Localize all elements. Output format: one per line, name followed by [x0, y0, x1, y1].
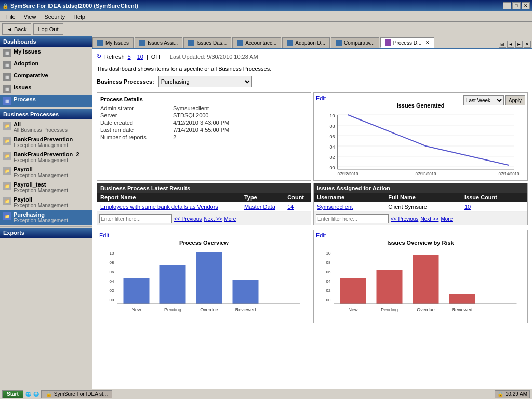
- detail-key: Last run date: [100, 127, 173, 133]
- minimize-button[interactable]: —: [503, 2, 511, 9]
- refresh-5-link[interactable]: 5: [128, 54, 131, 60]
- detail-key: Server: [100, 112, 173, 118]
- last-updated-text: Last Updated: 9/30/2010 10:28 AM: [170, 54, 258, 60]
- bp-label: Business Processes:: [97, 78, 154, 85]
- sidebar-item-label: BankFraudPrevention_2: [14, 151, 79, 157]
- svg-text:08: 08: [329, 124, 335, 129]
- tab-bar: My Issues Issues Assi... Issues Das... A…: [92, 36, 532, 49]
- tab-icon: [188, 40, 194, 46]
- col-issue-count: Issue Count: [461, 193, 527, 202]
- sidebar-item-adoption[interactable]: ▦ Adoption: [0, 59, 92, 71]
- svg-text:Overdue: Overdue: [417, 307, 435, 312]
- back-button[interactable]: ◄ Back: [2, 23, 31, 35]
- sidebar-item-all-bp[interactable]: 📁 All All Business Processes: [0, 119, 92, 135]
- next-button[interactable]: Next >>: [204, 216, 222, 222]
- close-button[interactable]: ✕: [522, 2, 530, 9]
- refresh-off-label: OFF: [151, 54, 163, 60]
- grid-icon: ▦: [3, 61, 11, 69]
- sidebar-item-label: My Issues: [14, 48, 41, 55]
- svg-text:02: 02: [110, 288, 114, 293]
- detail-val: STDSQL2000: [173, 112, 208, 118]
- tab-close-icon[interactable]: ✕: [425, 40, 430, 45]
- menu-help[interactable]: Help: [69, 12, 89, 21]
- sidebar: Dashboards ▦ My Issues ▦ Adoption ▦ Comp…: [0, 36, 92, 389]
- next-button-2[interactable]: Next >>: [420, 216, 438, 222]
- taskbar-app-symsure[interactable]: 🔒 SymSure For IDEA st...: [41, 390, 112, 398]
- period-select[interactable]: Last Week Last Month Last Quarter: [463, 95, 504, 105]
- detail-key: Date created: [100, 119, 173, 126]
- more-button[interactable]: More: [224, 216, 236, 222]
- prev-button[interactable]: << Previous: [174, 216, 202, 222]
- sidebar-item-purchasing[interactable]: 📁 Purchasing Exception Management: [0, 210, 92, 225]
- refresh-label[interactable]: Refresh: [104, 54, 125, 60]
- tab-issues-assi[interactable]: Issues Assi...: [135, 37, 182, 48]
- sidebar-item-bankfraud[interactable]: 📁 BankFraudPrevention Exception Manageme…: [0, 135, 92, 150]
- bp-select[interactable]: All Business ProcessesBankFraudPreventio…: [158, 76, 252, 87]
- prev-button-2[interactable]: << Previous: [391, 216, 418, 222]
- issues-assigned-filter-row: << Previous Next >> More: [314, 212, 527, 225]
- menu-view[interactable]: View: [20, 12, 41, 21]
- report-name-cell[interactable]: Employees with same bank details as Vend…: [97, 202, 241, 212]
- detail-row-num-reports: Number of reports 2: [100, 134, 308, 141]
- grid-icon: ▦: [3, 49, 11, 57]
- menu-file[interactable]: File: [2, 12, 20, 21]
- menu-security[interactable]: Security: [40, 12, 69, 21]
- refresh-10-link[interactable]: 10: [137, 54, 143, 60]
- refresh-icon[interactable]: ↻: [97, 53, 101, 60]
- tab-icon: [287, 40, 293, 46]
- sidebar-item-bankfraud2[interactable]: 📁 BankFraudPrevention_2 Exception Manage…: [0, 150, 92, 165]
- sidebar-item-sub: Exception Management: [14, 203, 68, 208]
- sidebar-item-process[interactable]: ▦ Process: [0, 95, 92, 107]
- sidebar-item-issues[interactable]: ▦ Issues: [0, 83, 92, 95]
- maximize-button[interactable]: □: [512, 2, 521, 9]
- folder-icon: 📁: [3, 197, 11, 205]
- sidebar-item-paytoll[interactable]: 📁 Paytoll Exception Management: [0, 195, 92, 210]
- svg-text:06: 06: [326, 270, 331, 274]
- latest-results-table: Report Name Type Count Employees with sa…: [97, 193, 311, 212]
- tab-issues-das[interactable]: Issues Das...: [183, 37, 231, 48]
- logout-button[interactable]: Log Out: [33, 23, 63, 35]
- tab-accountacc[interactable]: Accountacc...: [232, 37, 281, 48]
- tab-label: Accountacc...: [245, 40, 276, 46]
- username-cell[interactable]: Symsureclient: [314, 202, 385, 212]
- tab-label: My Issues: [105, 40, 129, 46]
- bar-reviewed-risk: [449, 294, 475, 304]
- more-button-2[interactable]: More: [441, 216, 453, 222]
- sidebar-item-label: Payroll_test: [14, 181, 68, 188]
- svg-text:00: 00: [110, 298, 114, 302]
- start-button[interactable]: Start: [2, 390, 23, 398]
- title-bar-controls: — □ ✕: [503, 2, 530, 9]
- sidebar-item-my-issues[interactable]: ▦ My Issues: [0, 47, 92, 59]
- tab-nav-arrow-icon[interactable]: ⊞: [499, 41, 506, 48]
- sidebar-item-label: Adoption: [14, 60, 38, 66]
- sidebar-item-payroll[interactable]: 📁 Payroll Exception Management: [0, 165, 92, 180]
- col-username: Username: [314, 193, 385, 202]
- tab-next-icon[interactable]: ►: [515, 41, 523, 48]
- latest-results-filter-input[interactable]: [99, 214, 172, 223]
- svg-text:07/14/2010: 07/14/2010: [498, 171, 520, 176]
- svg-text:New: New: [348, 307, 358, 312]
- tab-label: Adoption D...: [295, 40, 325, 46]
- sidebar-item-comparative[interactable]: ▦ Comparative: [0, 71, 92, 83]
- apply-button[interactable]: Apply: [505, 95, 525, 105]
- tab-prev-icon[interactable]: ◄: [507, 41, 514, 48]
- issues-assigned-table: Username Full Name Issue Count Symsurecl…: [314, 193, 527, 212]
- svg-text:New: New: [131, 307, 141, 312]
- tab-close-all-icon[interactable]: ✕: [524, 41, 531, 48]
- tab-comparativ[interactable]: Comparativ...: [331, 37, 379, 48]
- tab-adoption-d[interactable]: Adoption D...: [282, 37, 330, 48]
- svg-text:10: 10: [329, 113, 335, 118]
- content-area: My Issues Issues Assi... Issues Das... A…: [92, 36, 532, 389]
- grid-icon: ▦: [3, 73, 11, 81]
- process-overview-edit-link[interactable]: Edit: [99, 232, 109, 238]
- issues-assigned-filter-input[interactable]: [316, 214, 389, 223]
- sidebar-item-payroll-test[interactable]: 📁 Payroll_test Exception Management: [0, 180, 92, 195]
- svg-text:02: 02: [326, 288, 331, 293]
- tab-icon: [385, 39, 391, 46]
- tab-process-d[interactable]: Process D... ✕: [380, 37, 434, 48]
- folder-icon: 📁: [3, 152, 11, 160]
- issues-generated-edit-link[interactable]: Edit: [316, 95, 326, 101]
- svg-text:04: 04: [326, 279, 331, 284]
- issues-risk-edit-link[interactable]: Edit: [316, 232, 326, 238]
- tab-my-issues[interactable]: My Issues: [92, 37, 134, 48]
